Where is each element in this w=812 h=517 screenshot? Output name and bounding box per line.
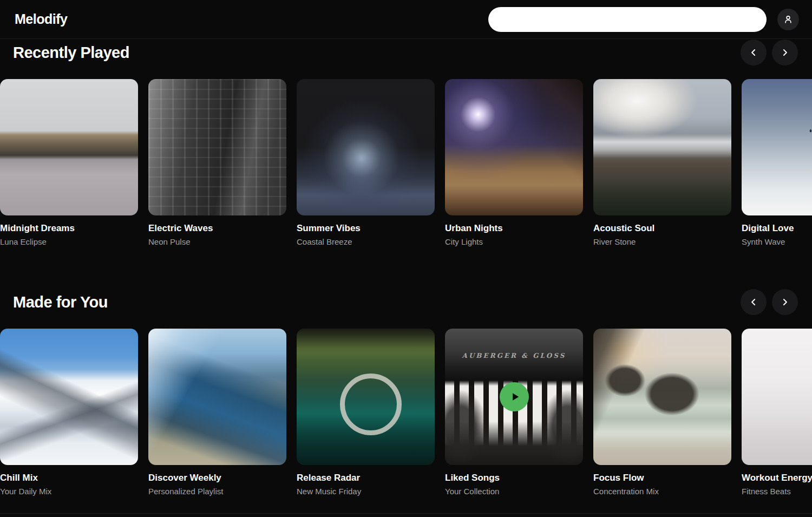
- card-title: Acoustic Soul: [593, 222, 731, 234]
- carousel-section: Made for You Chill Mix Your Daily Mix: [0, 290, 812, 497]
- playlist-card[interactable]: Urban Nights City Lights: [445, 79, 583, 247]
- section-header: Recently Played: [13, 40, 798, 65]
- app-logo[interactable]: Melodify: [15, 11, 67, 27]
- album-art: AUBERGER & GLOSS: [445, 329, 583, 465]
- carousel-track: Chill Mix Your Daily Mix Discover Weekly…: [0, 329, 812, 497]
- card-subtitle: Neon Pulse: [148, 237, 286, 247]
- carousel-next-button[interactable]: [772, 40, 798, 66]
- card-title: Summer Vibes: [297, 222, 435, 234]
- album-art: [742, 79, 812, 215]
- album-art: [148, 329, 286, 465]
- playlist-card[interactable]: Electric Waves Neon Pulse: [148, 79, 286, 247]
- chevron-left-icon: [748, 47, 759, 58]
- album-art: [593, 329, 731, 465]
- carousel-prev-button[interactable]: [741, 289, 767, 315]
- playlist-card[interactable]: Focus Flow Concentration Mix: [593, 329, 731, 497]
- album-art: [593, 79, 731, 215]
- card-subtitle: City Lights: [445, 237, 583, 247]
- card-subtitle: Your Collection: [445, 486, 583, 497]
- playlist-card[interactable]: Workout Energy Fitness Beats: [742, 329, 812, 497]
- playlist-card[interactable]: Midnight Dreams Luna Eclipse: [0, 79, 138, 247]
- app-header: Melodify: [0, 0, 812, 39]
- carousel-section: Recently Played Midnight Dreams Luna Ecl…: [0, 40, 812, 247]
- chevron-right-icon: [780, 47, 790, 58]
- card-subtitle: Your Daily Mix: [0, 486, 138, 497]
- card-subtitle: New Music Friday: [297, 486, 435, 497]
- card-subtitle: Concentration Mix: [593, 486, 731, 497]
- card-subtitle: Personalized Playlist: [148, 486, 286, 497]
- card-subtitle: Fitness Beats: [742, 486, 812, 497]
- playlist-card[interactable]: Release Radar New Music Friday: [297, 329, 435, 497]
- card-subtitle: River Stone: [593, 237, 731, 247]
- chevron-left-icon: [748, 297, 759, 307]
- album-art: [445, 79, 583, 215]
- carousel-controls: [741, 40, 798, 66]
- section-title: Recently Played: [13, 44, 129, 62]
- album-art: [0, 329, 138, 465]
- carousel-next-button[interactable]: [772, 289, 798, 315]
- chevron-right-icon: [780, 297, 790, 307]
- playlist-card[interactable]: Acoustic Soul River Stone: [593, 79, 731, 247]
- card-title: Liked Songs: [445, 472, 583, 484]
- play-icon: [508, 390, 521, 403]
- card-title: Workout Energy: [742, 472, 812, 484]
- card-title: Electric Waves: [148, 222, 286, 234]
- search-input[interactable]: [488, 7, 767, 32]
- section-header: Made for You: [13, 290, 798, 315]
- play-button[interactable]: [500, 382, 529, 411]
- section-title: Made for You: [13, 293, 108, 311]
- profile-button[interactable]: [777, 9, 799, 30]
- carousel-controls: [741, 289, 798, 315]
- card-title: Release Radar: [297, 472, 435, 484]
- card-title: Chill Mix: [0, 472, 138, 484]
- card-subtitle: Synth Wave: [742, 237, 812, 247]
- playlist-card[interactable]: Discover Weekly Personalized Playlist: [148, 329, 286, 497]
- carousel-track: Midnight Dreams Luna Eclipse Electric Wa…: [0, 79, 812, 247]
- album-art: [297, 329, 435, 465]
- card-subtitle: Luna Eclipse: [0, 237, 138, 247]
- main-content: Recently Played Midnight Dreams Luna Ecl…: [0, 40, 812, 497]
- album-art: [148, 79, 286, 215]
- header-right-group: [488, 7, 799, 32]
- card-title: Digital Love: [742, 222, 812, 234]
- playlist-card[interactable]: Chill Mix Your Daily Mix: [0, 329, 138, 497]
- playlist-card[interactable]: AUBERGER & GLOSS Liked Songs Your Collec…: [445, 329, 583, 497]
- album-art: [0, 79, 138, 215]
- card-subtitle: Coastal Breeze: [297, 237, 435, 247]
- playlist-card[interactable]: Digital Love Synth Wave: [742, 79, 812, 247]
- user-icon: [783, 14, 794, 25]
- card-title: Urban Nights: [445, 222, 583, 234]
- section-divider: [0, 513, 812, 517]
- card-title: Discover Weekly: [148, 472, 286, 484]
- card-title: Midnight Dreams: [0, 222, 138, 234]
- album-art: [297, 79, 435, 215]
- playlist-card[interactable]: Summer Vibes Coastal Breeze: [297, 79, 435, 247]
- album-art: [742, 329, 812, 465]
- album-art-text: AUBERGER & GLOSS: [445, 352, 583, 359]
- card-title: Focus Flow: [593, 472, 731, 484]
- carousel-prev-button[interactable]: [741, 40, 767, 66]
